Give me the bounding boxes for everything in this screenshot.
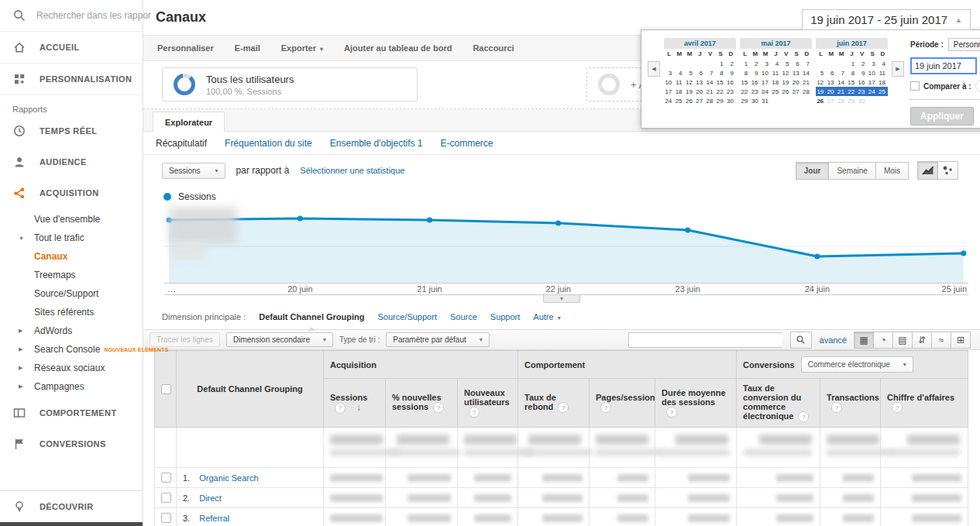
calendar-day[interactable]: 7 — [705, 68, 715, 77]
granularity-mois[interactable]: Mois — [875, 162, 909, 180]
metric-select[interactable]: Sessions ▾ — [162, 163, 225, 179]
calendar-day[interactable]: 21 — [802, 77, 812, 87]
calendar-day[interactable]: 22 — [847, 87, 857, 96]
table-search-button[interactable] — [790, 332, 812, 349]
calendar-day[interactable]: 5 — [685, 68, 695, 77]
calendar-day[interactable]: 17 — [664, 87, 674, 96]
calendar-day[interactable]: 12 — [685, 77, 695, 87]
help-icon[interactable]: ? — [335, 403, 346, 414]
calendar-day[interactable]: 7 — [837, 68, 847, 77]
calendar-day[interactable]: 30 — [857, 96, 867, 105]
subtab-fr-quentation-du-site[interactable]: Fréquentation du site — [225, 138, 312, 149]
calendar-day[interactable]: 20 — [826, 87, 836, 96]
start-date-input[interactable] — [910, 57, 977, 74]
sidebar-item-search-console[interactable]: ▶Search ConsoleNOUVEAUX ÉLÉMENTS — [0, 340, 143, 359]
column-header-duree-moyenne[interactable]: Durée moyenne des sessions? — [655, 379, 737, 428]
calendar-day[interactable]: 8 — [715, 68, 725, 77]
action-personnaliser[interactable]: Personnaliser — [157, 43, 214, 53]
calendar-day[interactable]: 5 — [781, 59, 791, 68]
calendar-day[interactable]: 8 — [740, 68, 750, 77]
percentage-view-button[interactable]: ◔ — [873, 332, 893, 349]
calendar-day[interactable]: 18 — [771, 77, 781, 87]
calendar-day[interactable]: 14 — [705, 77, 715, 87]
action-ajouter-au-tableau-de-bord[interactable]: Ajouter au tableau de bord — [344, 43, 452, 53]
sidebar-item-comportement[interactable]: COMPORTEMENT — [0, 397, 143, 428]
calendar-day[interactable]: 27 — [791, 87, 801, 96]
calendar-day[interactable]: 3 — [664, 68, 674, 77]
calendar-next-button[interactable]: ▶ — [892, 61, 904, 77]
comparison-view-button[interactable]: ⇵ — [912, 332, 932, 349]
calendar-day[interactable]: 23 — [857, 87, 867, 96]
calendar-day[interactable]: 24 — [761, 87, 771, 96]
calendar-day[interactable]: 19 — [816, 87, 826, 96]
pivot-view-button[interactable]: ⊞ — [951, 332, 971, 349]
calendar-day[interactable]: 10 — [867, 68, 877, 77]
calendar-day[interactable]: 7 — [802, 59, 812, 68]
calendar-day[interactable]: 28 — [802, 87, 812, 96]
action-e-mail[interactable]: E-mail — [235, 43, 260, 53]
calendar-day[interactable]: 2 — [750, 59, 760, 68]
calendar-day[interactable]: 3 — [761, 59, 771, 68]
column-header-chiffre-affaires[interactable]: Chiffre d'affaires? — [881, 379, 968, 428]
sidebar-item-accueil[interactable]: ACCUEIL — [0, 32, 143, 64]
dimension-link-source-support[interactable]: Source/Support — [378, 312, 437, 321]
calendar-day[interactable]: 11 — [674, 77, 684, 87]
calendar-day[interactable]: 15 — [715, 77, 725, 87]
row-checkbox[interactable] — [161, 473, 171, 483]
calendar-day[interactable]: 25 — [674, 96, 684, 105]
dimension-active-default-channel-grouping[interactable]: Default Channel Grouping — [259, 312, 364, 321]
calendar-day[interactable]: 21 — [705, 87, 715, 96]
column-header-nouveaux-utilisateurs[interactable]: Nouveaux utilisateurs? — [458, 379, 518, 428]
sessions-chart[interactable]: …20 juin21 juin22 juin23 juin24 juin25 j… — [164, 206, 968, 294]
sort-type-select[interactable]: Paramètre par défaut ▾ — [386, 332, 490, 347]
select-metric-link[interactable]: Sélectionner une statistique — [300, 166, 404, 175]
table-view-button[interactable]: ▦ — [854, 332, 874, 349]
calendar-day[interactable]: 26 — [781, 87, 791, 96]
action-exporter[interactable]: Exporter▾ — [281, 43, 323, 53]
line-chart-button[interactable] — [917, 161, 938, 180]
calendar-prev-button[interactable]: ◀ — [648, 61, 660, 77]
channel-link-organic-search[interactable]: Organic Search — [199, 473, 258, 483]
calendar-day[interactable]: 17 — [761, 77, 771, 87]
calendar-day[interactable]: 15 — [847, 77, 857, 87]
sidebar-search[interactable]: Rechercher dans les rappor — [0, 0, 143, 32]
sidebar-item-tout-le-trafic[interactable]: ▼Tout le trafic — [0, 229, 143, 247]
calendar-day[interactable]: 11 — [771, 68, 781, 77]
performance-view-button[interactable]: ▤ — [892, 332, 913, 349]
calendar-day[interactable]: 13 — [826, 77, 836, 87]
table-search-input[interactable] — [628, 332, 782, 348]
help-icon[interactable]: ? — [892, 402, 903, 413]
granularity-jour[interactable]: Jour — [796, 162, 830, 180]
calendar-day[interactable]: 11 — [878, 68, 888, 77]
calendar-day[interactable]: 21 — [837, 87, 847, 96]
calendar-day[interactable]: 6 — [791, 59, 801, 68]
calendar-day[interactable]: 29 — [740, 96, 750, 105]
calendar-day[interactable]: 29 — [847, 96, 857, 105]
channel-link-referral[interactable]: Referral — [199, 514, 229, 523]
calendar-day[interactable]: 27 — [826, 96, 836, 105]
calendar-day[interactable]: 14 — [837, 77, 847, 87]
calendar-day[interactable]: 25 — [771, 87, 781, 96]
period-preset-select[interactable]: Personnalisée▾ — [948, 38, 980, 51]
date-range-selector[interactable]: 19 juin 2017 - 25 juin 2017 ▲ — [802, 9, 971, 30]
sidebar-item-r-seaux-sociaux[interactable]: ▶Réseaux sociaux — [0, 359, 143, 377]
calendar-day[interactable]: 24 — [867, 87, 877, 96]
secondary-dimension-select[interactable]: Dimension secondaire ▾ — [226, 332, 333, 347]
calendar-day[interactable]: 12 — [781, 68, 791, 77]
dimension-link-support[interactable]: Support — [490, 312, 521, 321]
sidebar-item-personnalisation[interactable]: PERSONNALISATION — [0, 64, 143, 95]
column-header-sessions[interactable]: Sessions?↓ — [324, 379, 386, 428]
sidebar-item-vue-d-ensemble[interactable]: Vue d'ensemble — [0, 210, 143, 229]
subtab-ensemble-d-objectifs-1[interactable]: Ensemble d'objectifs 1 — [330, 138, 423, 149]
calendar-day[interactable]: 29 — [715, 96, 725, 105]
calendar-day[interactable]: 24 — [664, 96, 674, 105]
compare-checkbox[interactable] — [910, 81, 920, 91]
sidebar-item-canaux[interactable]: Canaux — [0, 247, 143, 266]
calendar-day[interactable]: 17 — [867, 77, 877, 87]
calendar-day[interactable]: 8 — [847, 68, 857, 77]
select-all-checkbox[interactable] — [161, 384, 171, 394]
column-header-taux-conversion-ecommerce[interactable]: Taux de conversion du commerce électroni… — [737, 379, 820, 428]
help-icon[interactable]: ? — [469, 407, 480, 418]
calendar-day[interactable]: 23 — [726, 87, 736, 96]
channel-link-direct[interactable]: Direct — [199, 493, 222, 503]
